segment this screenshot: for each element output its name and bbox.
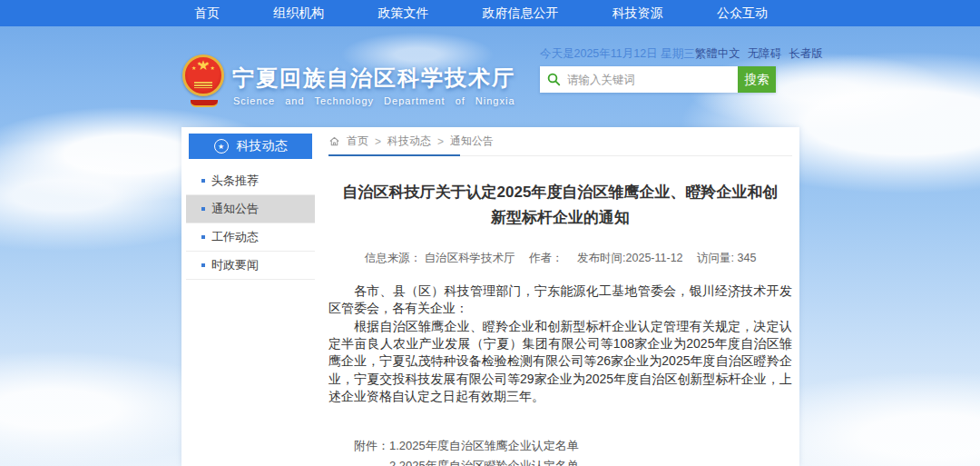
top-nav-bar: 首页 组织机构 政策文件 政府信息公开 科技资源 公众互动 — [0, 0, 980, 26]
article-paragraph: 各市、县（区）科技管理部门，宁东能源化工基地管委会，银川经济技术开发区管委会，各… — [328, 283, 792, 318]
article-paragraph: 根据自治区雏鹰企业、瞪羚企业和创新型标杆企业认定管理有关规定，决定认定半亩良人农… — [328, 318, 792, 406]
header-date-row: 今天是2025年11月12日 星期三 繁體中文 无障碍 长者版 — [540, 46, 792, 62]
breadcrumb-current-page: 通知公告 — [450, 134, 494, 149]
breadcrumb-separator: > — [437, 135, 444, 148]
nav-item-policy-documents[interactable]: 政策文件 — [365, 5, 441, 22]
quick-link-accessibility[interactable]: 无障碍 — [748, 46, 782, 62]
star-circle-icon: ★ — [214, 139, 229, 154]
attachment-link-gazelle-list[interactable]: 2.2025年度自治区瞪羚企业认定名单 — [389, 456, 614, 466]
site-title: 宁夏回族自治区科学技术厅 — [232, 64, 515, 93]
sidebar-header: ★ 科技动态 — [189, 134, 312, 159]
sidebar-item-label: 时政要闻 — [211, 257, 259, 273]
meta-source: 信息来源： 自治区科学技术厅 — [365, 252, 515, 264]
breadcrumb-separator: > — [375, 135, 381, 148]
page: 首页 组织机构 政策文件 政府信息公开 科技资源 公众互动 ★ ★★ ★★ 宁夏… — [0, 0, 980, 466]
nav-item-tech-resources[interactable]: 科技资源 — [600, 5, 676, 22]
article-meta: 信息来源： 自治区科学技术厅 作者： 发布时间:2025-11-12 访问量: … — [328, 251, 792, 266]
quick-link-traditional-chinese[interactable]: 繁體中文 — [695, 46, 740, 62]
bullet-icon — [201, 235, 205, 239]
attachments-label: 附件： — [354, 436, 389, 466]
bullet-icon — [201, 263, 205, 267]
sidebar-title: 科技动态 — [237, 138, 288, 154]
sidebar-item-label: 工作动态 — [211, 229, 259, 245]
nav-item-public-interaction[interactable]: 公众互动 — [704, 5, 780, 22]
breadcrumb-link-home[interactable]: 首页 — [347, 134, 368, 149]
attachments-block: 附件： 1.2025年度自治区雏鹰企业认定名单 2.2025年度自治区瞪羚企业认… — [354, 436, 792, 466]
home-icon — [328, 135, 340, 147]
content-panel: ★ 科技动态 头条推荐 通知公告 工作动态 时政要闻 — [181, 127, 799, 466]
current-date: 今天是2025年11月12日 星期三 — [540, 46, 695, 62]
nav-item-organization[interactable]: 组织机构 — [260, 5, 337, 22]
meta-view-count: 访问量: 345 — [697, 252, 756, 264]
sidebar-item-current-politics[interactable]: 时政要闻 — [186, 252, 315, 280]
article-body: 各市、县（区）科技管理部门，宁东能源化工基地管委会，银川经济技术开发区管委会，各… — [328, 283, 792, 405]
sidebar-item-work-updates[interactable]: 工作动态 — [186, 223, 315, 252]
main-content: 首页 > 科技动态 > 通知公告 自治区科技厅关于认定2025年度自治区雏鹰企业… — [319, 127, 799, 466]
search-button[interactable]: 搜索 — [738, 66, 776, 93]
search-bar: 搜索 — [540, 66, 776, 93]
article-title: 自治区科技厅关于认定2025年度自治区雏鹰企业、瞪羚企业和创新型标杆企业的通知 — [343, 180, 779, 231]
breadcrumb-link-tech-news[interactable]: 科技动态 — [387, 134, 431, 149]
sidebar: ★ 科技动态 头条推荐 通知公告 工作动态 时政要闻 — [181, 127, 319, 466]
sidebar-item-notices[interactable]: 通知公告 — [186, 195, 315, 223]
bullet-icon — [201, 179, 205, 183]
nav-item-gov-info-disclosure[interactable]: 政府信息公开 — [470, 5, 572, 22]
nav-item-home[interactable]: 首页 — [181, 5, 232, 22]
meta-publish-time: 发布时间:2025-11-12 — [577, 252, 683, 264]
search-input[interactable] — [540, 66, 738, 93]
national-emblem-icon: ★ ★★ ★★ — [182, 55, 226, 107]
breadcrumb: 首页 > 科技动态 > 通知公告 — [328, 127, 792, 156]
quick-link-elder-version[interactable]: 长者版 — [789, 46, 823, 62]
bullet-icon — [201, 207, 205, 211]
search-icon — [547, 73, 561, 86]
sidebar-item-label: 头条推荐 — [211, 173, 259, 189]
attachment-link-eagle-list[interactable]: 1.2025年度自治区雏鹰企业认定名单 — [389, 436, 614, 455]
sidebar-item-label: 通知公告 — [211, 201, 259, 217]
sidebar-item-headlines[interactable]: 头条推荐 — [186, 167, 315, 195]
site-subtitle: Science and Technology Department of Nin… — [233, 95, 515, 106]
meta-author: 作者： — [529, 252, 564, 264]
